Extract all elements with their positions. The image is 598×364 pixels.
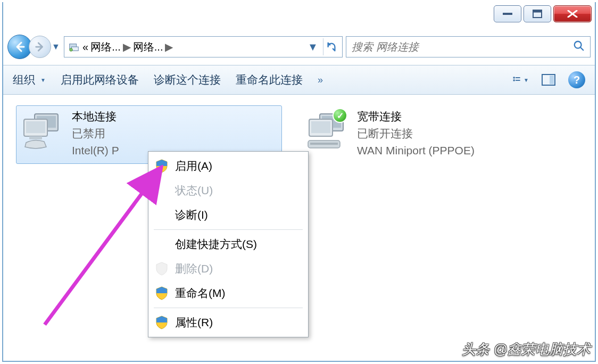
- svg-rect-16: [26, 121, 45, 133]
- menu-create-shortcut[interactable]: 创建快捷方式(S): [150, 232, 307, 257]
- navigation-bar: ▼ « 网络... ▶ 网络... ▶ ▼: [3, 32, 595, 62]
- address-bar[interactable]: « 网络... ▶ 网络... ▶ ▼: [64, 36, 343, 57]
- network-adapter-icon: ✓: [305, 109, 350, 155]
- search-input[interactable]: [352, 41, 573, 53]
- menu-separator: [154, 229, 303, 230]
- svg-rect-9: [513, 79, 515, 81]
- breadcrumb-part-2[interactable]: 网络...: [133, 40, 163, 54]
- connection-device: WAN Miniport (PPPOE): [357, 143, 475, 158]
- toolbar-overflow[interactable]: »: [318, 75, 323, 86]
- diagnose-button[interactable]: 诊断这个连接: [154, 72, 221, 87]
- forward-button[interactable]: [29, 36, 51, 58]
- watermark-text: 头条 @鑫荣电脑技术: [462, 340, 591, 359]
- menu-diagnose[interactable]: 诊断(I): [150, 203, 307, 227]
- shield-icon: [154, 261, 170, 277]
- menu-label: 删除(D): [175, 261, 213, 276]
- titlebar: [3, 2, 595, 29]
- menu-label: 诊断(I): [175, 208, 208, 222]
- connection-name: 本地连接: [72, 109, 119, 124]
- organize-menu[interactable]: 组织: [13, 72, 46, 87]
- svg-rect-12: [550, 76, 554, 84]
- address-dropdown-button[interactable]: ▼: [305, 38, 321, 55]
- svg-rect-8: [516, 77, 520, 78]
- nav-history-dropdown[interactable]: ▼: [51, 36, 61, 58]
- network-adapter-icon: [20, 109, 64, 155]
- menu-label: 启用(A): [175, 159, 212, 173]
- shield-icon: [154, 315, 170, 330]
- status-ok-badge-icon: ✓: [333, 108, 347, 123]
- svg-rect-2: [533, 10, 542, 12]
- connection-status: 已断开连接: [357, 126, 475, 141]
- connection-device: Intel(R) P: [72, 143, 119, 158]
- preview-pane-button[interactable]: [541, 72, 557, 87]
- breadcrumb-separator-icon: ▶: [123, 40, 131, 53]
- context-menu: 启用(A) 状态(U) 诊断(I) 创建快捷方式(S) 删除(D) 重命名(M): [148, 151, 309, 337]
- search-bar[interactable]: [346, 36, 591, 57]
- search-icon[interactable]: [573, 40, 585, 54]
- svg-rect-17: [29, 136, 42, 139]
- menu-properties[interactable]: 属性(R): [150, 310, 307, 335]
- svg-rect-0: [503, 13, 512, 15]
- close-button[interactable]: [553, 5, 592, 22]
- connection-status: 已禁用: [72, 126, 119, 141]
- menu-rename[interactable]: 重命名(M): [150, 281, 307, 305]
- rename-button[interactable]: 重命名此连接: [236, 72, 303, 87]
- svg-rect-21: [311, 121, 330, 133]
- connection-name: 宽带连接: [357, 109, 475, 124]
- location-icon: [68, 40, 80, 53]
- breadcrumb-part-1[interactable]: 网络...: [90, 40, 121, 54]
- svg-rect-10: [516, 80, 520, 81]
- menu-label: 创建快捷方式(S): [175, 237, 257, 252]
- menu-label: 重命名(M): [175, 286, 225, 301]
- command-bar: 组织 启用此网络设备 诊断这个连接 重命名此连接 » ?: [3, 65, 595, 95]
- minimize-button[interactable]: [494, 5, 521, 22]
- maximize-button[interactable]: [524, 5, 551, 22]
- refresh-button[interactable]: [323, 38, 339, 55]
- breadcrumb-separator-icon: ▶: [165, 40, 173, 53]
- menu-label: 状态(U): [175, 183, 213, 198]
- breadcrumb[interactable]: « 网络... ▶ 网络... ▶: [82, 40, 173, 54]
- breadcrumb-prefix: «: [82, 41, 88, 53]
- svg-point-5: [70, 48, 73, 52]
- menu-separator: [154, 308, 303, 308]
- svg-rect-7: [513, 77, 515, 78]
- connection-item-broadband[interactable]: ✓ 宽带连接 已断开连接 WAN Miniport (PPPOE): [301, 105, 567, 164]
- help-button[interactable]: ?: [568, 71, 585, 88]
- menu-label: 属性(R): [175, 315, 213, 330]
- view-options-button[interactable]: [513, 72, 529, 87]
- menu-status: 状态(U): [150, 178, 307, 203]
- nav-buttons: ▼: [7, 35, 61, 59]
- enable-device-button[interactable]: 启用此网络设备: [61, 72, 139, 87]
- svg-rect-23: [310, 143, 338, 145]
- menu-delete: 删除(D): [150, 257, 307, 281]
- shield-icon: [154, 285, 170, 301]
- menu-enable[interactable]: 启用(A): [150, 154, 307, 178]
- window-frame: ▼ « 网络... ▶ 网络... ▶ ▼: [2, 2, 596, 362]
- shield-icon: [154, 158, 170, 174]
